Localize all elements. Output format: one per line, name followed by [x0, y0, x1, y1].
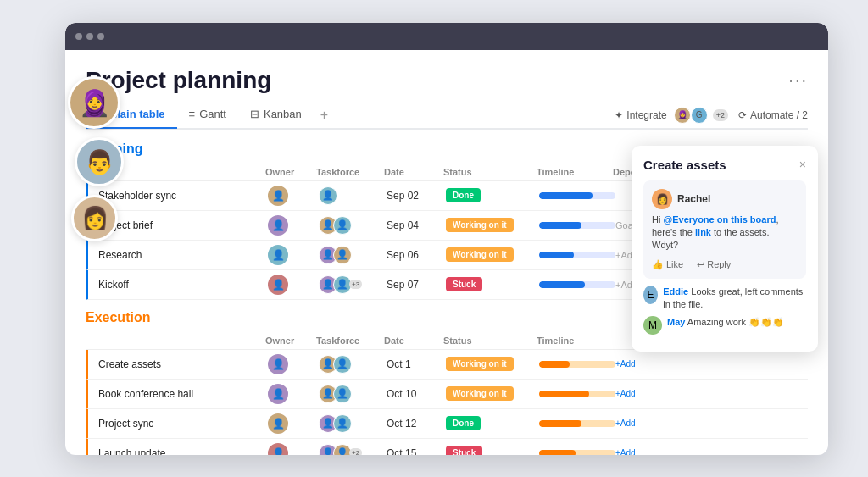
- status-badge: Stuck: [446, 446, 482, 455]
- window-controls: [75, 33, 104, 40]
- timeline-fill: [539, 391, 589, 397]
- status-cell: Working on it: [446, 357, 539, 371]
- taskforce-cell: 👤 👤: [319, 414, 387, 433]
- row-name: Launch update: [98, 447, 268, 455]
- like-icon: 👍: [652, 259, 664, 270]
- owner-avatar: 👤: [268, 354, 288, 374]
- status-cell: Stuck: [446, 446, 539, 455]
- timeline-cell: [539, 252, 615, 258]
- status-badge: Working on it: [446, 357, 514, 371]
- owner-cell: 👤: [268, 384, 319, 404]
- dot-1: [75, 33, 82, 40]
- team-avatar-1: 🧕: [674, 107, 691, 124]
- col-taskforce: Taskforce: [316, 167, 384, 177]
- team-avatar-2: G: [691, 107, 708, 124]
- owner-avatar: 👤: [268, 275, 288, 295]
- table-row[interactable]: Launch update 👤 👤 👤 +2 Oct 15 Stuck: [86, 439, 808, 455]
- owner-cell: 👤: [268, 186, 319, 206]
- owner-cell: 👤: [268, 443, 319, 455]
- owner-cell: 👤: [268, 275, 319, 295]
- integrate-button[interactable]: ✦ Integrate: [615, 109, 666, 121]
- status-badge: Stuck: [446, 277, 482, 291]
- comment-text: Hi @Everyone on this board, here's the l…: [652, 214, 798, 252]
- timeline-fill: [539, 192, 593, 199]
- integrate-label: Integrate: [626, 109, 666, 121]
- date-cell: Oct 12: [387, 418, 446, 430]
- status-badge: Done: [446, 188, 481, 202]
- popup-header: Create assets ×: [643, 158, 806, 172]
- close-popup-button[interactable]: ×: [799, 158, 806, 171]
- dot-3: [97, 33, 104, 40]
- taskforce-avatar: 👤: [333, 414, 352, 433]
- extra-count-badge: +3: [349, 280, 362, 289]
- like-button[interactable]: 👍 Like: [652, 259, 683, 270]
- date-cell: Sep 02: [387, 190, 446, 202]
- tab-bar: ⊞ Main table ≡ Gantt ⊟ Kanban + ✦ Integr…: [86, 103, 808, 130]
- team-plus-badge: +2: [713, 109, 728, 121]
- comment-link[interactable]: link: [695, 227, 711, 237]
- add-tab-button[interactable]: +: [314, 103, 335, 128]
- taskforce-cell: 👤 👤: [319, 355, 387, 374]
- comment-username: Rachel: [677, 193, 710, 205]
- gantt-icon: ≡: [189, 108, 196, 120]
- reply-block-may: M May Amazing work 👏👏👏: [643, 316, 806, 335]
- status-badge: Working on it: [446, 386, 514, 401]
- tab-gantt[interactable]: ≡ Gantt: [177, 103, 238, 129]
- reply-avatar-may: M: [643, 316, 662, 335]
- tab-actions: ✦ Integrate 🧕 G +2 ⟳ Automate / 2: [615, 107, 808, 124]
- timeline-fill: [539, 281, 585, 288]
- automate-icon: ⟳: [738, 109, 747, 121]
- timeline-fill: [539, 222, 581, 229]
- col-timeline: Timeline: [537, 336, 613, 346]
- row-name: Project brief: [98, 219, 268, 231]
- avatar-3: 👩: [71, 195, 118, 241]
- status-badge: Working on it: [446, 247, 514, 262]
- owner-avatar: 👤: [268, 186, 288, 206]
- row-name: Stakeholder sync: [98, 190, 268, 202]
- page-header: Project planning ···: [86, 67, 808, 94]
- tab-kanban[interactable]: ⊟ Kanban: [238, 103, 314, 129]
- dependent-cell: +Add: [615, 448, 692, 455]
- mention-text: @Everyone on this board: [663, 214, 776, 225]
- status-cell: Done: [446, 188, 539, 202]
- owner-avatar: 👤: [268, 384, 288, 404]
- reply-username-may: May: [667, 317, 685, 327]
- reply-text-may: May Amazing work 👏👏👏: [667, 316, 784, 329]
- dependent-cell: +Add: [615, 389, 692, 398]
- table-row[interactable]: Project sync 👤 👤 👤 Oct 12 Done +Add: [86, 409, 808, 439]
- timeline-fill: [539, 450, 576, 455]
- taskforce-avatar: 👤: [333, 216, 352, 235]
- reply-button[interactable]: ↩ Reply: [697, 259, 731, 270]
- reply-content-may: Amazing work 👏👏👏: [687, 317, 784, 327]
- date-cell: Oct 1: [387, 358, 446, 370]
- header-menu-button[interactable]: ···: [788, 70, 808, 90]
- table-row[interactable]: Book conference hall 👤 👤 👤 Oct 10 Workin…: [86, 380, 808, 409]
- timeline-fill: [539, 420, 581, 427]
- comment-popup: Create assets × 👩 Rachel Hi @Everyone on…: [632, 146, 818, 352]
- taskforce-avatar: 👤: [333, 246, 352, 264]
- taskforce-cell: 👤: [319, 186, 387, 205]
- dependent-cell: +Add: [615, 419, 692, 428]
- reply-username-eddie: Eddie: [663, 286, 688, 297]
- taskforce-avatar: 👤: [333, 385, 352, 403]
- owner-avatar: 👤: [268, 215, 288, 236]
- avatar-1: 🧕: [68, 76, 120, 129]
- kanban-icon: ⊟: [250, 108, 259, 120]
- taskforce-cell: 👤 👤: [319, 385, 387, 403]
- date-cell: Oct 10: [387, 388, 446, 400]
- extra-count-badge: +2: [349, 448, 362, 455]
- date-cell: Sep 06: [387, 249, 446, 261]
- reply-icon: ↩: [697, 259, 704, 270]
- automate-button[interactable]: ⟳ Automate / 2: [738, 109, 808, 121]
- timeline-cell: [539, 281, 615, 288]
- owner-cell: 👤: [268, 354, 319, 374]
- automate-label: Automate / 2: [750, 109, 808, 121]
- col-timeline: Timeline: [537, 167, 613, 177]
- comment-actions: 👍 Like ↩ Reply: [652, 259, 798, 270]
- table-row[interactable]: Create assets 👤 👤 👤 Oct 1 Working on it …: [86, 350, 808, 380]
- tab-gantt-label: Gantt: [199, 108, 226, 120]
- col-taskforce: Taskforce: [316, 336, 384, 346]
- timeline-fill: [539, 361, 570, 368]
- date-cell: Oct 15: [387, 447, 446, 455]
- col-name: [96, 336, 265, 346]
